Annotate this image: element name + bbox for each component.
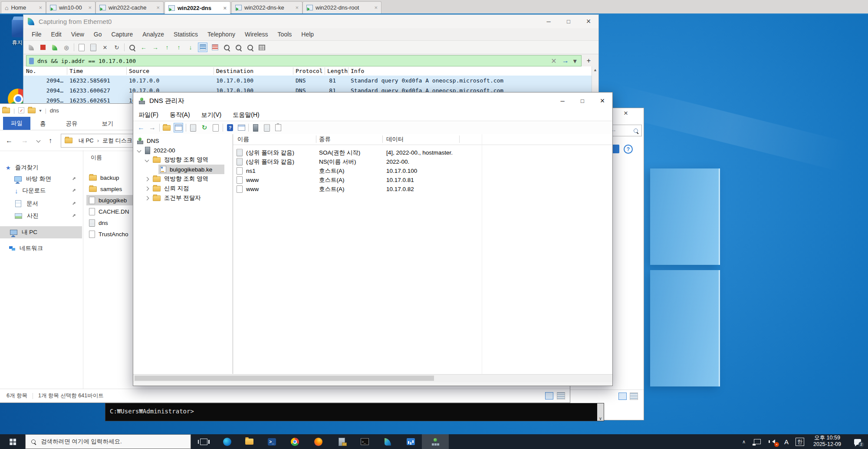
display-filter-input[interactable]: dns && ip.addr == 10.17.0.100 ✕ → ▾ — [26, 55, 582, 66]
col-info[interactable]: Info — [351, 66, 364, 76]
taskbar-server-manager[interactable] — [330, 434, 353, 449]
file-row-bulgogikebab[interactable]: bulgogikeb — [86, 195, 138, 205]
thumbnail-view-toggle[interactable] — [557, 392, 565, 399]
menu-view[interactable]: 보기(V) — [201, 111, 222, 119]
go-back-icon[interactable]: ← — [139, 43, 148, 52]
sidebar-item-this-pc[interactable]: 내 PC — [0, 226, 82, 238]
nav-back-icon[interactable]: ← — [1, 137, 17, 145]
close-button[interactable]: × — [592, 92, 612, 109]
find-packet-icon[interactable] — [129, 45, 135, 50]
reload-icon[interactable]: ↻ — [112, 43, 121, 52]
tab-close-icon[interactable]: × — [370, 4, 378, 11]
export-list-icon[interactable] — [213, 124, 219, 132]
tab-win2022-dns-root[interactable]: win2022-dns-root × — [302, 1, 381, 13]
tab-win10-00[interactable]: win10-00 × — [46, 1, 95, 13]
help-icon[interactable]: ? — [227, 124, 233, 131]
packet-row[interactable]: 2094… 16232.585691 10.17.0.0 10.17.0.100… — [23, 76, 592, 86]
tray-network[interactable] — [750, 434, 765, 449]
col-protocol[interactable]: Protocol — [296, 66, 323, 76]
thumbnail-view-toggle[interactable] — [630, 393, 638, 400]
capture-options-icon[interactable]: ◎ — [62, 43, 71, 52]
taskbar-photos[interactable] — [399, 434, 422, 449]
maximize-button[interactable]: □ — [572, 92, 592, 109]
console-pane-icon[interactable] — [175, 125, 182, 131]
help-icon[interactable]: ? — [624, 145, 633, 154]
cmd-scrollbar[interactable]: ∨ — [597, 403, 604, 421]
dns-horizontal-scrollbar[interactable] — [133, 374, 612, 382]
scrollbar-thumb[interactable] — [135, 376, 434, 381]
tray-ime-latin[interactable]: A — [780, 434, 792, 449]
menu-file[interactable]: File — [27, 31, 46, 38]
tab-win2022-dns[interactable]: win2022-dns × — [164, 1, 230, 14]
tree-node-zone-bulgogikebab[interactable]: bulgogikebab.ke — [133, 165, 212, 174]
action-center-button[interactable]: 2 — [847, 434, 868, 449]
taskbar-search[interactable]: 검색하려면 여기에 입력하세요. — [25, 434, 191, 449]
close-icon[interactable]: × — [624, 109, 628, 118]
go-forward-icon[interactable]: → — [151, 43, 160, 52]
go-last-icon[interactable]: ↓ — [186, 43, 195, 52]
col-source[interactable]: Source — [129, 66, 149, 76]
filter-clear-icon[interactable]: ✕ — [548, 57, 559, 65]
sidebar-item-documents[interactable]: 문서 — [0, 198, 82, 209]
taskbar-edge[interactable] — [216, 434, 238, 449]
menu-edit[interactable]: Edit — [46, 31, 66, 38]
tray-volume[interactable]: × — [765, 434, 780, 449]
menu-wireless[interactable]: Wireless — [240, 31, 273, 38]
expand-icon[interactable] — [145, 177, 149, 181]
taskbar-explorer[interactable] — [238, 434, 260, 449]
scroll-down-icon[interactable]: ∨ — [599, 416, 602, 421]
tab-close-icon[interactable]: × — [152, 4, 160, 11]
breadcrumb-mypc[interactable]: 내 PC — [77, 137, 95, 145]
record-row-www-82[interactable]: www 호스트(A) 10.17.0.82 — [233, 185, 612, 194]
menu-go[interactable]: Go — [89, 31, 107, 38]
record-row-ns[interactable]: (상위 폴더와 같음) NS(이름 서버) 2022-00. — [233, 157, 612, 166]
record-list-icon[interactable] — [264, 124, 270, 132]
tab-close-icon[interactable]: × — [84, 4, 92, 11]
packet-list-header[interactable]: No. Time Source Destination Protocol Len… — [23, 66, 592, 76]
menu-action[interactable]: 동작(A) — [170, 111, 190, 119]
sidebar-item-pictures[interactable]: 사진 — [0, 210, 82, 221]
tab-home[interactable]: 홈 — [34, 118, 52, 130]
tab-share[interactable]: 공유 — [60, 118, 84, 130]
records-header[interactable]: 이름 종류 데이터 — [233, 134, 612, 145]
breadcrumb-localdisk[interactable]: 로컬 디스크 — [95, 137, 134, 145]
server-icon[interactable] — [253, 124, 258, 132]
record-row-www-81[interactable]: www 호스트(A) 10.17.0.81 — [233, 175, 612, 185]
tray-expand-button[interactable]: ∧ — [738, 434, 750, 449]
minimize-button[interactable]: ─ — [539, 15, 559, 28]
go-first-icon[interactable]: ↑ — [174, 43, 183, 52]
qat-caret-icon[interactable]: ▾ — [39, 108, 41, 113]
record-row-ns1[interactable]: ns1 호스트(A) 10.17.0.100 — [233, 166, 612, 175]
tab-file[interactable]: 파일 — [3, 117, 30, 130]
col-time[interactable]: Time — [69, 66, 83, 76]
menu-telephony[interactable]: Telephony — [203, 31, 240, 38]
tree-node-server[interactable]: 2022-00 — [133, 145, 175, 155]
refresh-icon[interactable]: ↻ — [200, 123, 209, 132]
zoom-in-icon[interactable]: + — [224, 45, 230, 50]
menu-capture[interactable]: Capture — [106, 31, 138, 38]
start-capture-icon[interactable] — [29, 45, 34, 50]
filter-add-button[interactable]: + — [582, 57, 596, 65]
taskbar-dns-manager[interactable] — [422, 434, 449, 449]
auto-scroll-icon[interactable] — [200, 44, 206, 50]
filter-apply-icon[interactable]: → — [559, 57, 572, 65]
pane-divider[interactable] — [83, 150, 83, 389]
tree-node-reverse-zones[interactable]: 역방향 조회 영역 — [133, 174, 208, 184]
filter-bookmark-icon[interactable] — [29, 58, 34, 64]
scrollbar-up-icon[interactable]: ▲ — [593, 68, 597, 72]
tab-close-icon[interactable]: × — [34, 4, 42, 11]
menu-view[interactable]: View — [66, 31, 89, 38]
taskbar-chrome[interactable] — [283, 434, 306, 449]
tab-win2022-cache[interactable]: win2022-cache × — [95, 1, 164, 13]
filter-dropdown-icon[interactable]: ▾ — [572, 57, 579, 65]
taskbar-cmd[interactable]: >_ — [353, 434, 376, 449]
expand-icon[interactable] — [137, 148, 141, 152]
nav-history-icon[interactable] — [36, 139, 41, 143]
tree-node-dns-root[interactable]: DNS — [133, 136, 159, 145]
colorize-icon[interactable] — [212, 44, 218, 50]
resize-columns-icon[interactable] — [259, 45, 265, 50]
go-to-packet-icon[interactable]: ↑ — [163, 43, 171, 52]
tree-node-forward-zones[interactable]: 정방향 조회 영역 — [133, 155, 208, 165]
expand-icon[interactable] — [145, 158, 149, 162]
close-capture-icon[interactable]: ✕ — [101, 43, 109, 52]
